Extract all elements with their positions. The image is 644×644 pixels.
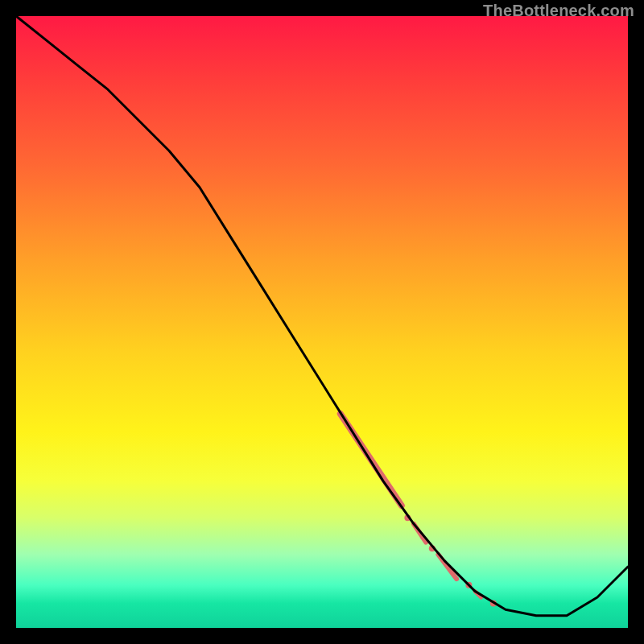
chart-overlay bbox=[16, 16, 628, 628]
chart-frame: TheBottleneck.com bbox=[0, 0, 644, 644]
watermark-text: TheBottleneck.com bbox=[483, 2, 634, 20]
highlight-markers bbox=[341, 414, 497, 607]
main-curve bbox=[16, 16, 628, 616]
